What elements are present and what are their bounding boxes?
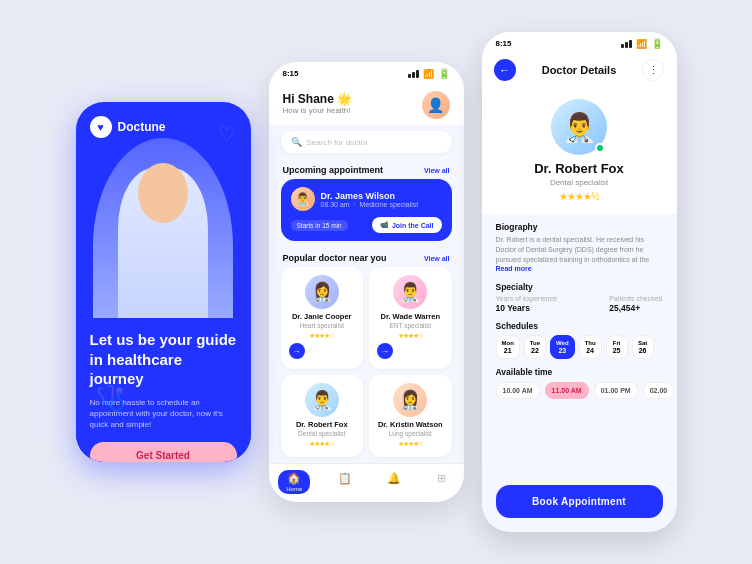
details-signal-icon [621,40,632,48]
day-fri[interactable]: Fri 25 [606,335,628,359]
view-all-upcoming[interactable]: View all [424,167,450,174]
doctor-spec-1: Heart specialist [300,322,344,329]
doctor-profile: 👨‍⚕️ Dr. Robert Fox Dental specialist ★★… [482,89,677,214]
nav-notifications[interactable]: 🔔 [379,470,409,494]
specialty-section: Specialty Years of experience 10 Years P… [496,282,663,313]
schedules-section: Schedules Mon 21 Tue 22 Wed 23 [496,321,663,359]
day-tue[interactable]: Tue 22 [524,335,546,359]
get-started-button[interactable]: Get Started [90,442,237,462]
welcome-title: Let us be your guide in healthcare journ… [90,330,237,389]
book-appointment-button[interactable]: Book Appointment [496,485,663,518]
home-screen: 8:15 📶 🔋 Hi Shane 🌟 How is your health! … [269,62,464,502]
time-slot-1[interactable]: 10.00 AM [496,382,540,399]
welcome-screen: 🩺 ♡ Doctune Let us be your guide in heal… [76,102,251,462]
available-time-section: Available time 10.00 AM 11.00 AM 01.00 P… [496,367,663,399]
specialty-label: Specialty [496,282,663,292]
upcoming-label: Upcoming appointment [283,165,384,175]
doctor-arrow-1[interactable]: → [289,343,305,359]
online-indicator [595,143,605,153]
doctor-card-4[interactable]: 👩‍⚕️ Dr. Kristin Watson Lung specialist … [369,375,452,458]
more-button[interactable]: ⋮ [642,59,664,81]
doctor-card-2[interactable]: 👨‍⚕️ Dr. Wade Warren ENT specialist ★★★★… [369,267,452,369]
profile-specialty: Dental specialist [550,178,608,187]
time-slot-4[interactable]: 02.00 [643,382,675,399]
profile-avatar: 👨‍⚕️ [551,99,607,155]
back-button[interactable]: ← [494,59,516,81]
details-content: Biography Dr. Robert is a dental special… [482,214,677,477]
nav-home[interactable]: 🏠 Home [278,470,310,494]
years-value: 10 Years [496,303,558,313]
nav-calendar[interactable]: 📋 [330,470,360,494]
schedules-days: Mon 21 Tue 22 Wed 23 Thu 24 [496,335,663,359]
status-time: 8:15 [283,69,299,78]
details-title: Doctor Details [542,64,617,76]
doctor-name-2: Dr. Wade Warren [381,312,440,321]
doctor-image-area [76,138,251,318]
day-mon[interactable]: Mon 21 [496,335,520,359]
app-logo [90,116,112,138]
details-battery-icon: 🔋 [651,38,663,49]
user-avatar: 👤 [422,91,450,119]
time-slot-2[interactable]: 11.00 AM [545,382,589,399]
details-header: ← Doctor Details ⋮ [482,53,677,89]
wifi-icon: 📶 [423,69,434,79]
day-wed[interactable]: Wed 23 [550,335,575,359]
popular-section-header: Popular doctor near you View all [269,247,464,267]
signal-icon [408,70,419,78]
time-slot-3[interactable]: 01.00 PM [594,382,638,399]
time-slots: 10.00 AM 11.00 AM 01.00 PM 02.00 [496,382,663,399]
available-label: Available time [496,367,663,377]
schedules-label: Schedules [496,321,663,331]
view-all-popular[interactable]: View all [424,255,450,262]
doctor-spec-2: ENT specialist [390,322,431,329]
greeting-sub: How is your health! [283,106,353,115]
doctor-stars-1: ★★★★☆ [309,332,334,340]
biography-section: Biography Dr. Robert is a dental special… [496,222,663,274]
doctor-card-1[interactable]: 👩‍⚕️ Dr. Janie Cooper Heart specialist ★… [281,267,364,369]
years-experience: Years of experience 10 Years [496,295,558,313]
specialty-stats-row: Years of experience 10 Years Patients ch… [496,295,663,313]
doctor-spec-4: Lung specialist [389,430,432,437]
doctor-arrow-2[interactable]: → [377,343,393,359]
doctor-stars-2: ★★★★☆ [398,332,423,340]
doctor-stars-3: ★★★★☆ [309,440,334,448]
read-more-link[interactable]: Read more [496,265,532,272]
doctor-name-1: Dr. Janie Cooper [292,312,352,321]
doctor-avatar-3: 👨‍⚕️ [305,383,339,417]
doctor-details-screen: 8:15 📶 🔋 ← Doctor Details ⋮ 👨‍⚕️ Dr. Rob… [482,32,677,532]
years-label: Years of experience [496,295,558,302]
search-placeholder: Search for doctor [307,138,368,147]
greeting-row: Hi Shane 🌟 How is your health! 👤 [269,83,464,125]
upcoming-section-header: Upcoming appointment View all [269,159,464,179]
day-thu[interactable]: Thu 24 [579,335,602,359]
battery-icon: 🔋 [438,68,450,79]
doctor-name-4: Dr. Kristin Watson [378,420,443,429]
home-icon: 🏠 [287,472,301,485]
bottom-navigation: 🏠 Home 📋 🔔 ⊞ [269,463,464,502]
grid-icon: ⊞ [437,472,446,485]
starts-badge: Starts in 15 min [291,220,348,231]
brand-name: Doctune [118,120,166,134]
doctor-stars-4: ★★★★☆ [398,440,423,448]
doctor-card-3[interactable]: 👨‍⚕️ Dr. Robert Fox Dental specialist ★★… [281,375,364,458]
doctor-avatar-2: 👨‍⚕️ [393,275,427,309]
doctor-name-3: Dr. Robert Fox [296,420,348,429]
day-sat[interactable]: Sat 26 [632,335,654,359]
popular-label: Popular doctor near you [283,253,387,263]
search-bar[interactable]: 🔍 Search for doctor [281,131,452,153]
biography-text: Dr. Robert is a dental specialist. He re… [496,235,663,274]
doctor-avatar-4: 👩‍⚕️ [393,383,427,417]
search-icon: 🔍 [291,137,302,147]
appointment-card: 👨‍⚕️ Dr. James Wilson 08.30 am · Medicin… [281,179,452,241]
nav-menu[interactable]: ⊞ [429,470,454,494]
stethoscope-decor-icon: 🩺 [96,384,126,412]
join-call-button[interactable]: 📹 Join the Call [372,217,442,233]
doctor-spec-3: Dental specialist [298,430,345,437]
profile-name: Dr. Robert Fox [534,161,624,176]
nav-home-label: Home [286,486,302,492]
appointment-specialty: 08.30 am · Medicine specialist [321,201,419,208]
patients-value: 25,454+ [609,303,662,313]
doctor-avatar-1: 👩‍⚕️ [305,275,339,309]
bell-icon: 🔔 [387,472,401,485]
greeting-name: Hi Shane 🌟 [283,91,353,106]
